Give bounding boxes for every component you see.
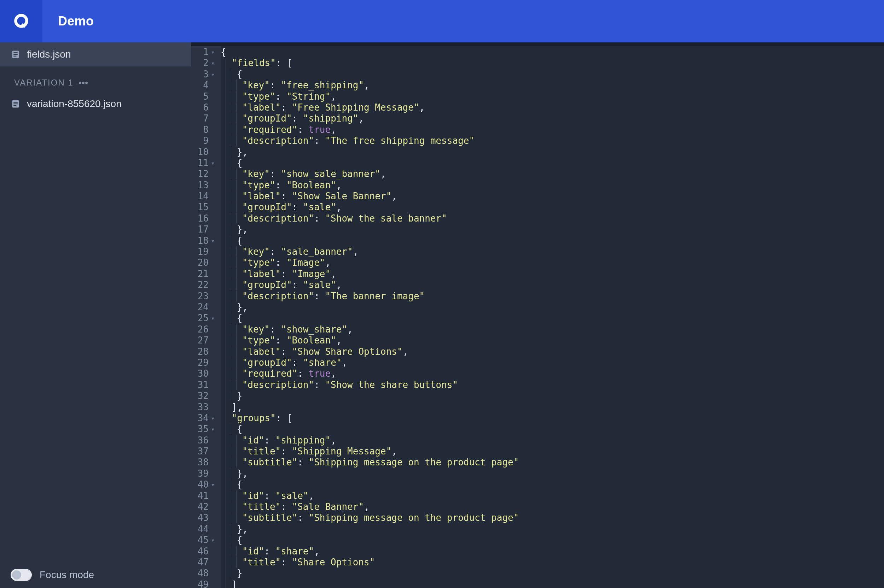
json-punct: :: [281, 557, 292, 567]
json-punct: :: [281, 346, 292, 357]
code-line[interactable]: ],: [221, 402, 884, 413]
code-line[interactable]: "required": true,: [221, 368, 884, 379]
json-punct: :: [281, 268, 292, 279]
code-line[interactable]: "key": "show_sale_banner",: [221, 168, 884, 180]
json-key: "description": [242, 291, 314, 302]
code-line[interactable]: {: [221, 158, 884, 168]
code-line[interactable]: "type": "Boolean",: [221, 335, 884, 346]
code-line[interactable]: "description": "The free shipping messag…: [221, 135, 884, 146]
code-line[interactable]: "groupId": "share",: [221, 357, 884, 368]
code-line[interactable]: "groupId": "sale",: [221, 279, 884, 291]
json-key: "label": [242, 191, 281, 201]
fold-toggle-icon[interactable]: ▾: [211, 313, 215, 324]
indent-guide: "id": "shipping",: [226, 435, 336, 446]
code-line[interactable]: },: [221, 302, 884, 313]
json-punct: :: [275, 180, 286, 190]
code-line[interactable]: ]: [221, 579, 884, 588]
code-line[interactable]: },: [221, 524, 884, 535]
code-line[interactable]: "id": "shipping",: [221, 435, 884, 446]
line-number: 22: [191, 279, 215, 291]
indent-guide: "id": "share",: [226, 546, 320, 557]
code-line[interactable]: "label": "Image",: [221, 268, 884, 279]
code-line[interactable]: "subtitle": "Shipping message on the pro…: [221, 457, 884, 468]
json-string: "sale": [303, 279, 336, 290]
code-line[interactable]: "description": "Show the sale banner": [221, 213, 884, 224]
code-line[interactable]: "id": "share",: [221, 546, 884, 557]
code-scroll[interactable]: { "fields": [ { "key": "free_shipping", …: [221, 46, 884, 588]
sidebar-file-fields[interactable]: fields.json: [0, 42, 191, 66]
code-area[interactable]: { "fields": [ { "key": "free_shipping", …: [221, 46, 884, 588]
code-line[interactable]: "key": "show_share",: [221, 324, 884, 335]
indent-guide: {: [231, 424, 242, 434]
code-line[interactable]: "type": "Image",: [221, 257, 884, 268]
code-line[interactable]: "key": "sale_banner",: [221, 246, 884, 257]
code-line[interactable]: "id": "sale",: [221, 490, 884, 501]
code-line[interactable]: "title": "Share Options": [221, 557, 884, 568]
code-line[interactable]: {: [221, 69, 884, 80]
indent-guide: "type": "Boolean",: [226, 180, 341, 191]
code-line[interactable]: "description": "The banner image": [221, 291, 884, 302]
code-line[interactable]: },: [221, 147, 884, 158]
sidebar-file-variation[interactable]: variation-855620.json: [0, 92, 191, 116]
indent-guide: "subtitle": "Shipping message on the pro…: [226, 457, 519, 468]
fold-toggle-icon[interactable]: ▾: [211, 424, 215, 435]
fold-toggle-icon[interactable]: ▾: [211, 158, 215, 168]
code-line[interactable]: {: [221, 46, 884, 58]
code-line[interactable]: {: [221, 424, 884, 435]
ellipsis-icon[interactable]: •••: [78, 78, 88, 87]
indent-guide: "subtitle": "Shipping message on the pro…: [231, 512, 519, 523]
code-line[interactable]: },: [221, 224, 884, 235]
code-line[interactable]: "subtitle": "Shipping message on the pro…: [221, 512, 884, 524]
focus-mode-toggle[interactable]: [11, 569, 32, 581]
json-punct: {: [237, 313, 242, 323]
json-string: "Show Sale Banner": [292, 191, 392, 201]
indent-guide: },: [226, 468, 248, 479]
json-string: "sale": [275, 490, 309, 501]
header: Demo: [0, 0, 884, 42]
code-line[interactable]: "label": "Show Share Options",: [221, 346, 884, 357]
json-key: "description": [242, 213, 314, 224]
code-line[interactable]: "required": true,: [221, 124, 884, 135]
code-line[interactable]: "label": "Show Sale Banner",: [221, 191, 884, 202]
json-key: "type": [242, 180, 275, 190]
fold-toggle-icon[interactable]: ▾: [211, 58, 215, 69]
json-punct: :: [281, 191, 292, 201]
code-line[interactable]: "description": "Show the share buttons": [221, 380, 884, 390]
fold-toggle-icon[interactable]: ▾: [211, 236, 215, 246]
logo-box[interactable]: [0, 0, 42, 42]
json-string: "free_shipping": [281, 80, 364, 90]
indent-guide: },: [226, 524, 248, 535]
code-line[interactable]: "title": "Shipping Message",: [221, 446, 884, 457]
fold-toggle-icon[interactable]: ▾: [211, 69, 215, 80]
indent-guide: }: [231, 568, 242, 579]
code-line[interactable]: {: [221, 479, 884, 490]
code-line[interactable]: }: [221, 390, 884, 401]
fold-toggle-icon[interactable]: ▾: [211, 479, 215, 490]
code-line[interactable]: "key": "free_shipping",: [221, 80, 884, 91]
code-line[interactable]: {: [221, 313, 884, 324]
indent-guide: "label": "Show Share Options",: [231, 346, 408, 357]
fold-toggle-icon[interactable]: ▾: [211, 535, 215, 546]
sidebar-section-label: VARIATION 1: [14, 78, 74, 88]
json-punct: ,: [309, 490, 314, 501]
fold-toggle-icon[interactable]: ▾: [211, 46, 215, 58]
fold-toggle-icon[interactable]: ▾: [211, 413, 215, 424]
code-line[interactable]: "fields": [: [221, 58, 884, 69]
code-line[interactable]: "label": "Free Shipping Message",: [221, 102, 884, 113]
json-key: "title": [242, 557, 281, 567]
code-line[interactable]: "groups": [: [221, 413, 884, 424]
code-line[interactable]: {: [221, 535, 884, 546]
line-number: 5: [191, 91, 215, 102]
code-line[interactable]: },: [221, 468, 884, 479]
line-number: 44: [191, 524, 215, 535]
editor-gutter: 1▾2▾3▾4567891011▾12131415161718▾19202122…: [191, 46, 221, 588]
code-line[interactable]: }: [221, 568, 884, 579]
code-line[interactable]: "type": "String",: [221, 91, 884, 102]
code-line[interactable]: "title": "Sale Banner",: [221, 501, 884, 512]
code-line[interactable]: "groupId": "shipping",: [221, 113, 884, 124]
indent-guide: {: [231, 158, 242, 168]
json-punct: },: [237, 302, 248, 312]
code-line[interactable]: "type": "Boolean",: [221, 180, 884, 191]
code-line[interactable]: {: [221, 236, 884, 246]
code-line[interactable]: "groupId": "sale",: [221, 202, 884, 213]
